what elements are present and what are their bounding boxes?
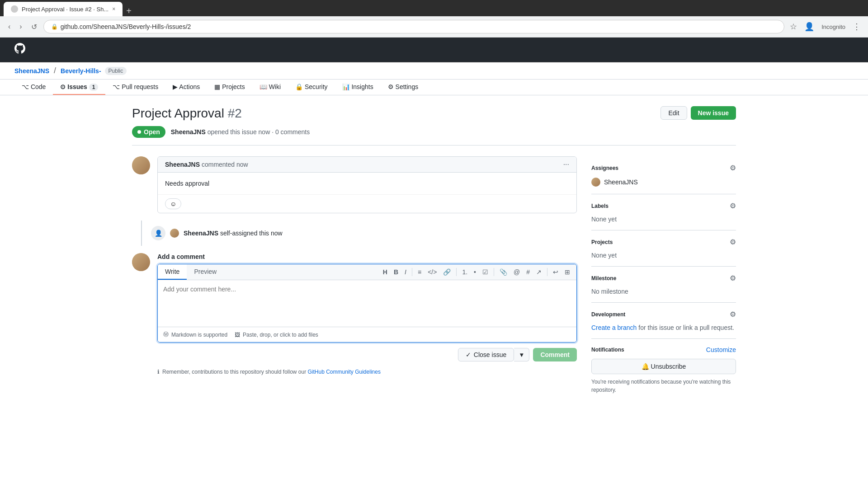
toolbar-italic[interactable]: I (402, 267, 409, 277)
comment-textarea[interactable] (158, 280, 576, 325)
customize-link[interactable]: Customize (706, 346, 736, 353)
preview-tab[interactable]: Preview (187, 264, 224, 280)
labels-section: Labels ⚙ None yet (591, 194, 736, 230)
github-header (0, 38, 868, 62)
tab-settings[interactable]: ⚙ Settings (381, 80, 425, 95)
issue-meta-text: SheenaJNS opened this issue now · 0 comm… (171, 128, 310, 136)
assignee-avatar (591, 178, 600, 187)
back-btn[interactable]: ‹ (5, 21, 13, 33)
toolbar-heading[interactable]: H (380, 267, 390, 277)
issue-number: #2 (228, 106, 242, 120)
upload-icon: 🖼 (235, 332, 240, 338)
upload-area[interactable]: Ⓜ Markdown is supported (163, 331, 227, 338)
toolbar-attach[interactable]: 📎 (497, 267, 510, 277)
milestone-gear[interactable]: ⚙ (730, 274, 736, 282)
community-guidelines-link[interactable]: GitHub Community Guidelines (308, 369, 381, 375)
close-issue-label: Close issue (474, 351, 506, 358)
toolbar-link[interactable]: 🔗 (440, 267, 453, 277)
repo-link[interactable]: Beverly-Hills- (61, 67, 101, 75)
editor-toolbar: H B I ≡ </> 🔗 1. • ☑ (224, 264, 576, 280)
notifications-header: Notifications Customize (591, 346, 736, 353)
user-link[interactable]: SheenaJNS (14, 67, 49, 75)
tab-pr[interactable]: ⌥ Pull requests (105, 80, 165, 95)
tab-insights[interactable]: 📊 Insights (335, 80, 381, 95)
issue-header: Project Approval #2 Edit New issue (132, 106, 736, 121)
toolbar-list[interactable]: ≡ (415, 267, 424, 277)
toolbar-code[interactable]: </> (425, 267, 439, 277)
development-header: Development ⚙ (591, 310, 736, 319)
tab-projects[interactable]: ▦ Projects (207, 80, 252, 95)
write-tab[interactable]: Write (158, 264, 187, 280)
assign-icon: 👤 (155, 230, 162, 237)
close-circle-icon: ✓ (466, 351, 471, 358)
projects-gear[interactable]: ⚙ (730, 238, 736, 246)
close-issue-dropdown[interactable]: ▼ (514, 348, 529, 361)
comment-author: SheenaJNS (165, 161, 200, 168)
tab-actions[interactable]: ▶ Actions (165, 80, 207, 95)
add-comment-section: Add a comment Write Preview H B I ≡ (132, 253, 577, 375)
menu-icon[interactable]: ⋮ (851, 20, 863, 33)
forward-btn[interactable]: › (17, 21, 24, 33)
close-issue-button[interactable]: ✓ Close issue (458, 348, 514, 361)
close-btn-group: ✓ Close issue ▼ (458, 348, 530, 361)
commenter-avatar (132, 156, 150, 174)
lock-icon: 🔒 (51, 23, 58, 30)
toolbar-unordered-list[interactable]: • (471, 267, 479, 277)
toolbar-undo[interactable]: ↩ (550, 267, 561, 277)
notifications-title: Notifications (591, 347, 624, 353)
milestone-title: Milestone (591, 275, 616, 282)
profile-icon[interactable]: 👤 (802, 20, 816, 33)
tab-issues[interactable]: ⊙ Issues 1 (53, 80, 105, 95)
edit-button[interactable]: Edit (660, 106, 687, 120)
add-reaction-btn[interactable]: ☺ (165, 198, 181, 209)
new-tab-btn[interactable]: + (123, 6, 135, 16)
incognito-label: Incognito (820, 22, 847, 32)
issue-title: Project Approval #2 (132, 106, 242, 121)
browser-nav: ‹ › ↺ 🔒 github.com/SheenaJNS/Beverly-Hil… (0, 16, 868, 38)
toolbar-mention[interactable]: @ (511, 267, 523, 277)
labels-gear[interactable]: ⚙ (730, 202, 736, 210)
upload-note: Paste, drop, or click to add files (243, 332, 318, 338)
new-issue-button[interactable]: New issue (691, 106, 736, 120)
toolbar-fullscreen[interactable]: ⊞ (562, 267, 573, 277)
comment-content: Needs approval (158, 173, 576, 194)
toolbar-ref[interactable]: # (524, 267, 533, 277)
toolbar-crossref[interactable]: ↗ (533, 267, 544, 277)
tab-code[interactable]: ⌥ Code (14, 80, 53, 95)
active-tab[interactable]: Project Approval · Issue #2 · Sh... × (4, 2, 123, 16)
projects-header: Projects ⚙ (591, 238, 736, 246)
toolbar-task-list[interactable]: ☑ (480, 267, 491, 277)
github-logo (14, 43, 25, 56)
activity-icon: 👤 (151, 226, 165, 240)
refresh-btn[interactable]: ↺ (28, 21, 40, 33)
address-bar[interactable]: 🔒 github.com/SheenaJNS/Beverly-Hills-/is… (43, 20, 785, 33)
comment-button[interactable]: Comment (533, 348, 577, 361)
development-gear[interactable]: ⚙ (730, 310, 736, 319)
toolbar-ordered-list[interactable]: 1. (459, 267, 470, 277)
labels-title: Labels (591, 203, 609, 209)
file-upload-area[interactable]: 🖼 Paste, drop, or click to add files (235, 332, 318, 338)
tab-favicon (11, 5, 18, 13)
projects-title: Projects (591, 239, 613, 245)
comment-header: SheenaJNS commented now ··· (158, 157, 576, 173)
toolbar-bold[interactable]: B (391, 267, 401, 277)
assignees-gear[interactable]: ⚙ (730, 164, 736, 172)
issue-meta: Open SheenaJNS opened this issue now · 0… (132, 126, 736, 145)
tab-close-btn[interactable]: × (112, 6, 115, 12)
comment-more-btn[interactable]: ··· (563, 160, 569, 169)
bookmark-icon[interactable]: ☆ (788, 20, 799, 33)
milestone-header: Milestone ⚙ (591, 274, 736, 282)
tab-wiki[interactable]: 📖 Wiki (252, 80, 288, 95)
issue-author-link[interactable]: SheenaJNS (171, 128, 206, 136)
markdown-icon: Ⓜ (163, 331, 169, 338)
content-sidebar: Assignees ⚙ SheenaJNS Labels ⚙ None yet (591, 156, 736, 401)
comment-timestamp: commented now (202, 161, 248, 168)
projects-section: Projects ⚙ None yet (591, 230, 736, 267)
unsubscribe-button[interactable]: 🔔 Unsubscribe (591, 359, 736, 374)
assignees-header: Assignees ⚙ (591, 164, 736, 172)
projects-value: None yet (591, 252, 736, 259)
assignees-value: SheenaJNS (591, 178, 736, 187)
create-branch-link[interactable]: Create a branch (591, 324, 637, 331)
development-section: Development ⚙ Create a branch for this i… (591, 303, 736, 339)
tab-security[interactable]: 🔒 Security (288, 80, 335, 95)
